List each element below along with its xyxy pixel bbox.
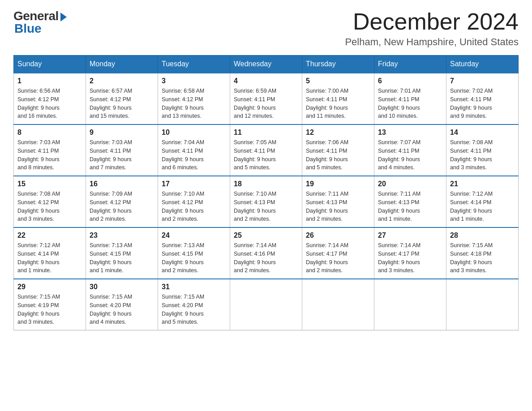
empty-day-cell	[374, 279, 446, 330]
day-cell-1: 1Sunrise: 6:56 AMSunset: 4:12 PMDaylight…	[14, 73, 86, 124]
day-number-26: 26	[306, 231, 370, 240]
week-row-3: 15Sunrise: 7:08 AMSunset: 4:12 PMDayligh…	[14, 176, 519, 227]
day-cell-19: 19Sunrise: 7:11 AMSunset: 4:13 PMDayligh…	[302, 176, 374, 227]
day-cell-6: 6Sunrise: 7:01 AMSunset: 4:11 PMDaylight…	[374, 73, 446, 124]
day-number-22: 22	[17, 231, 82, 240]
day-number-24: 24	[162, 231, 226, 240]
day-cell-26: 26Sunrise: 7:14 AMSunset: 4:17 PMDayligh…	[302, 227, 374, 279]
day-cell-18: 18Sunrise: 7:10 AMSunset: 4:13 PMDayligh…	[230, 176, 302, 227]
day-number-11: 11	[234, 128, 298, 137]
day-info-15: Sunrise: 7:08 AMSunset: 4:12 PMDaylight:…	[17, 190, 82, 223]
day-info-28: Sunrise: 7:15 AMSunset: 4:18 PMDaylight:…	[450, 241, 515, 275]
day-info-4: Sunrise: 6:59 AMSunset: 4:11 PMDaylight:…	[234, 87, 298, 120]
day-cell-20: 20Sunrise: 7:11 AMSunset: 4:13 PMDayligh…	[374, 176, 446, 227]
day-number-16: 16	[90, 180, 154, 188]
day-number-3: 3	[162, 77, 226, 85]
day-number-19: 19	[306, 180, 370, 188]
day-info-31: Sunrise: 7:15 AMSunset: 4:20 PMDaylight:…	[162, 293, 226, 326]
day-cell-22: 22Sunrise: 7:12 AMSunset: 4:14 PMDayligh…	[14, 227, 86, 279]
day-cell-13: 13Sunrise: 7:07 AMSunset: 4:11 PMDayligh…	[374, 124, 446, 176]
week-row-1: 1Sunrise: 6:56 AMSunset: 4:12 PMDaylight…	[14, 73, 519, 124]
day-number-18: 18	[234, 180, 298, 188]
weekday-header-sunday: Sunday	[14, 56, 86, 73]
day-info-7: Sunrise: 7:02 AMSunset: 4:11 PMDaylight:…	[450, 87, 515, 120]
day-info-22: Sunrise: 7:12 AMSunset: 4:14 PMDaylight:…	[17, 241, 82, 275]
day-cell-31: 31Sunrise: 7:15 AMSunset: 4:20 PMDayligh…	[158, 279, 230, 330]
day-info-6: Sunrise: 7:01 AMSunset: 4:11 PMDaylight:…	[378, 87, 442, 120]
weekday-header-row: SundayMondayTuesdayWednesdayThursdayFrid…	[14, 56, 519, 73]
day-number-30: 30	[90, 283, 154, 291]
month-title: December 2024	[345, 9, 519, 34]
location-title: Pelham, New Hampshire, United States	[345, 36, 519, 48]
day-cell-28: 28Sunrise: 7:15 AMSunset: 4:18 PMDayligh…	[446, 227, 519, 279]
day-info-27: Sunrise: 7:14 AMSunset: 4:17 PMDaylight:…	[378, 241, 442, 275]
weekday-header-saturday: Saturday	[446, 56, 519, 73]
day-cell-12: 12Sunrise: 7:06 AMSunset: 4:11 PMDayligh…	[302, 124, 374, 176]
day-info-25: Sunrise: 7:14 AMSunset: 4:16 PMDaylight:…	[234, 241, 298, 275]
weekday-header-friday: Friday	[374, 56, 446, 73]
day-info-20: Sunrise: 7:11 AMSunset: 4:13 PMDaylight:…	[378, 190, 442, 223]
day-info-9: Sunrise: 7:03 AMSunset: 4:11 PMDaylight:…	[90, 138, 154, 172]
day-cell-3: 3Sunrise: 6:58 AMSunset: 4:12 PMDaylight…	[158, 73, 230, 124]
logo: General Blue	[13, 9, 67, 36]
day-info-3: Sunrise: 6:58 AMSunset: 4:12 PMDaylight:…	[162, 87, 226, 120]
day-number-7: 7	[450, 77, 515, 85]
day-number-1: 1	[17, 77, 82, 85]
weekday-header-thursday: Thursday	[302, 56, 374, 73]
empty-day-cell	[302, 279, 374, 330]
day-cell-16: 16Sunrise: 7:09 AMSunset: 4:12 PMDayligh…	[86, 176, 158, 227]
day-info-17: Sunrise: 7:10 AMSunset: 4:12 PMDaylight:…	[162, 190, 226, 223]
empty-day-cell	[446, 279, 519, 330]
day-cell-27: 27Sunrise: 7:14 AMSunset: 4:17 PMDayligh…	[374, 227, 446, 279]
day-number-15: 15	[17, 180, 82, 188]
day-info-14: Sunrise: 7:08 AMSunset: 4:11 PMDaylight:…	[450, 138, 515, 172]
day-number-21: 21	[450, 180, 515, 188]
day-info-10: Sunrise: 7:04 AMSunset: 4:11 PMDaylight:…	[162, 138, 226, 172]
day-cell-30: 30Sunrise: 7:15 AMSunset: 4:20 PMDayligh…	[86, 279, 158, 330]
day-number-5: 5	[306, 77, 370, 85]
logo-arrow-icon	[60, 13, 67, 21]
day-number-9: 9	[90, 128, 154, 137]
day-number-10: 10	[162, 128, 226, 137]
day-info-26: Sunrise: 7:14 AMSunset: 4:17 PMDaylight:…	[306, 241, 370, 275]
day-info-12: Sunrise: 7:06 AMSunset: 4:11 PMDaylight:…	[306, 138, 370, 172]
day-number-27: 27	[378, 231, 442, 240]
day-info-5: Sunrise: 7:00 AMSunset: 4:11 PMDaylight:…	[306, 87, 370, 120]
day-number-29: 29	[17, 283, 82, 291]
day-cell-17: 17Sunrise: 7:10 AMSunset: 4:12 PMDayligh…	[158, 176, 230, 227]
day-info-19: Sunrise: 7:11 AMSunset: 4:13 PMDaylight:…	[306, 190, 370, 223]
day-info-23: Sunrise: 7:13 AMSunset: 4:15 PMDaylight:…	[90, 241, 154, 275]
day-cell-21: 21Sunrise: 7:12 AMSunset: 4:14 PMDayligh…	[446, 176, 519, 227]
week-row-4: 22Sunrise: 7:12 AMSunset: 4:14 PMDayligh…	[14, 227, 519, 279]
day-cell-2: 2Sunrise: 6:57 AMSunset: 4:12 PMDaylight…	[86, 73, 158, 124]
day-number-14: 14	[450, 128, 515, 137]
weekday-header-monday: Monday	[86, 56, 158, 73]
day-cell-7: 7Sunrise: 7:02 AMSunset: 4:11 PMDaylight…	[446, 73, 519, 124]
calendar-table: SundayMondayTuesdayWednesdayThursdayFrid…	[13, 55, 519, 330]
day-number-6: 6	[378, 77, 442, 85]
day-cell-11: 11Sunrise: 7:05 AMSunset: 4:11 PMDayligh…	[230, 124, 302, 176]
day-cell-8: 8Sunrise: 7:03 AMSunset: 4:11 PMDaylight…	[14, 124, 86, 176]
page-header: General Blue December 2024 Pelham, New H…	[13, 9, 519, 48]
day-cell-9: 9Sunrise: 7:03 AMSunset: 4:11 PMDaylight…	[86, 124, 158, 176]
day-cell-14: 14Sunrise: 7:08 AMSunset: 4:11 PMDayligh…	[446, 124, 519, 176]
day-info-13: Sunrise: 7:07 AMSunset: 4:11 PMDaylight:…	[378, 138, 442, 172]
day-info-8: Sunrise: 7:03 AMSunset: 4:11 PMDaylight:…	[17, 138, 82, 172]
day-info-11: Sunrise: 7:05 AMSunset: 4:11 PMDaylight:…	[234, 138, 298, 172]
day-cell-29: 29Sunrise: 7:15 AMSunset: 4:19 PMDayligh…	[14, 279, 86, 330]
day-number-23: 23	[90, 231, 154, 240]
day-info-2: Sunrise: 6:57 AMSunset: 4:12 PMDaylight:…	[90, 87, 154, 120]
day-info-29: Sunrise: 7:15 AMSunset: 4:19 PMDaylight:…	[17, 293, 82, 326]
day-cell-10: 10Sunrise: 7:04 AMSunset: 4:11 PMDayligh…	[158, 124, 230, 176]
day-info-16: Sunrise: 7:09 AMSunset: 4:12 PMDaylight:…	[90, 190, 154, 223]
week-row-5: 29Sunrise: 7:15 AMSunset: 4:19 PMDayligh…	[14, 279, 519, 330]
day-info-30: Sunrise: 7:15 AMSunset: 4:20 PMDaylight:…	[90, 293, 154, 326]
day-number-20: 20	[378, 180, 442, 188]
weekday-header-wednesday: Wednesday	[230, 56, 302, 73]
day-number-12: 12	[306, 128, 370, 137]
week-row-2: 8Sunrise: 7:03 AMSunset: 4:11 PMDaylight…	[14, 124, 519, 176]
day-cell-5: 5Sunrise: 7:00 AMSunset: 4:11 PMDaylight…	[302, 73, 374, 124]
day-number-31: 31	[162, 283, 226, 291]
title-area: December 2024 Pelham, New Hampshire, Uni…	[345, 9, 519, 48]
day-number-2: 2	[90, 77, 154, 85]
